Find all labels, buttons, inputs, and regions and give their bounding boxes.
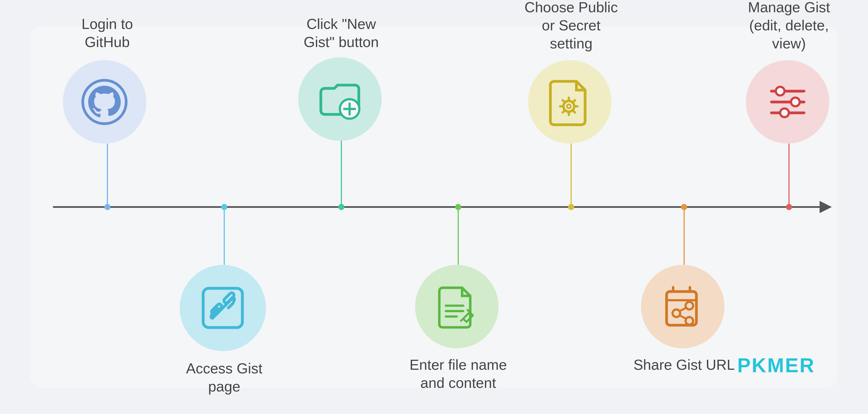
- step4-connector: [458, 209, 459, 265]
- step3-label: Click "NewGist" button: [283, 15, 400, 51]
- timeline: [53, 206, 821, 208]
- svg-rect-34: [776, 87, 784, 95]
- step6-connector: [684, 209, 685, 265]
- step6-label: Share Gist URL: [631, 356, 737, 374]
- svg-line-30: [679, 315, 686, 319]
- step1-label: Login toGitHub: [52, 15, 163, 51]
- svg-rect-36: [780, 108, 789, 117]
- step4-dot: [455, 204, 461, 210]
- manage-icon: [761, 75, 815, 129]
- step3-dot: [338, 204, 344, 210]
- step1-circle: [63, 60, 146, 144]
- svg-line-19: [572, 110, 575, 112]
- link-icon: [195, 280, 251, 336]
- step6-dot: [681, 204, 687, 210]
- step3-connector: [341, 141, 342, 205]
- step7-circle: [746, 60, 829, 144]
- step2-connector: [224, 209, 225, 265]
- github-icon: [78, 75, 132, 129]
- step4-label: Enter file nameand content: [397, 356, 519, 392]
- share-icon: [656, 280, 710, 334]
- step2-circle: [180, 265, 266, 351]
- step7-dot: [786, 204, 792, 210]
- step5-circle: [528, 60, 612, 144]
- svg-line-11: [461, 319, 464, 321]
- step1-dot: [104, 204, 111, 210]
- file-settings-icon: [543, 75, 597, 129]
- svg-point-13: [567, 104, 570, 108]
- step4-circle: [415, 265, 499, 348]
- step7-connector: [788, 144, 789, 205]
- step5-dot: [568, 204, 574, 210]
- svg-line-21: [562, 110, 565, 112]
- svg-line-29: [679, 308, 686, 311]
- pkmer-watermark: PKMER: [737, 354, 815, 377]
- step3-circle: [298, 57, 382, 141]
- step2-dot: [221, 204, 227, 210]
- step7-label: Manage Gist(edit, delete,view): [733, 0, 845, 53]
- file-edit-icon: [430, 280, 484, 334]
- svg-line-18: [562, 100, 565, 102]
- svg-rect-35: [791, 97, 800, 106]
- folder-plus-icon: [313, 72, 367, 126]
- step6-circle: [641, 265, 724, 348]
- main-container: Login toGitHub Access Gistpage Click "Ne…: [31, 26, 837, 388]
- step2-label: Access Gistpage: [163, 359, 285, 395]
- step1-connector: [107, 144, 108, 205]
- svg-line-20: [572, 100, 575, 102]
- step5-label: Choose Publicor Secretsetting: [516, 0, 627, 53]
- step5-connector: [570, 144, 572, 205]
